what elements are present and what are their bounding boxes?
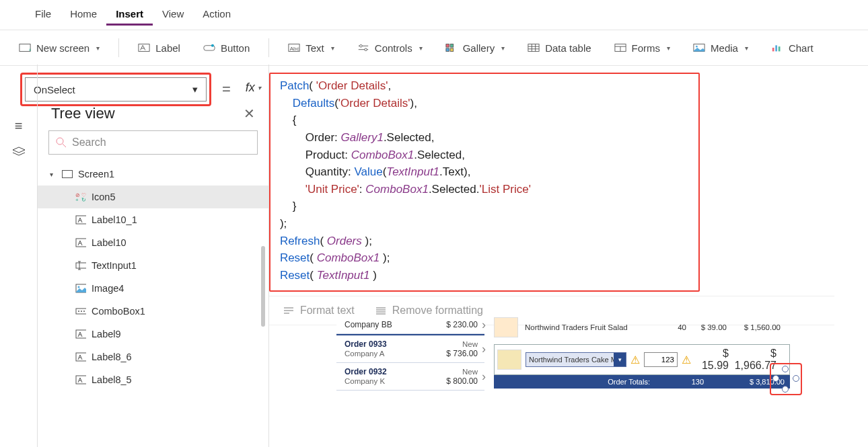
tree-screen-row[interactable]: ▾ Screen1 [38, 163, 268, 186]
product-combobox[interactable]: Northwind Traders Cake Mix ▾ [526, 352, 626, 367]
label-icon [75, 329, 86, 339]
tree-item[interactable]: Label9 [38, 323, 268, 346]
tree-item-label: Label8_6 [92, 352, 132, 362]
controls-button[interactable]: Controls ▾ [353, 40, 427, 56]
gallery-label: Gallery [463, 42, 495, 54]
order-row[interactable]: Order 0932Company K New$ 800.00 › [336, 363, 484, 391]
tree-item-label: ComboBox1 [92, 306, 145, 317]
tree-screen-label: Screen1 [78, 169, 114, 179]
svg-rect-19 [779, 46, 781, 51]
add-icon[interactable]: + [772, 366, 799, 393]
svg-text:+: + [75, 197, 79, 202]
menu-file[interactable]: File [26, 5, 61, 26]
text-button[interactable]: Abc Text ▾ [284, 40, 338, 56]
new-screen-button[interactable]: + New screen ▾ [15, 40, 104, 56]
tree-view-title: Tree view [51, 105, 115, 122]
separator [118, 38, 119, 57]
new-screen-label: New screen [36, 42, 89, 54]
formula-editor[interactable]: Patch( 'Order Details', Defaults('Order … [269, 73, 700, 292]
product-row: Northwind Traders Fruit Salad 40 $ 39.00… [494, 316, 790, 344]
svg-rect-18 [775, 45, 777, 51]
tree-item[interactable]: Label10 [38, 231, 268, 254]
tree-item[interactable]: Label8_6 [38, 346, 268, 368]
order-status: New [462, 340, 478, 348]
label-label: Label [155, 42, 180, 54]
remove-formatting-icon [375, 306, 387, 315]
order-number: Order 0932 [345, 367, 387, 376]
svg-rect-27 [76, 263, 86, 268]
chevron-right-icon: › [482, 342, 486, 356]
add-icon-highlight: + [770, 363, 802, 395]
svg-rect-13 [528, 44, 539, 52]
svg-text:Abc: Abc [290, 46, 299, 52]
menu-action[interactable]: Action [193, 5, 240, 26]
tree-item[interactable]: ComboBox1 [38, 300, 268, 323]
button-icon [203, 43, 215, 52]
search-placeholder: Search [72, 136, 106, 149]
button-button[interactable]: Button [199, 40, 254, 56]
button-label: Button [221, 42, 250, 54]
format-text-button[interactable]: Format text [283, 304, 355, 317]
label-button[interactable]: Label [134, 40, 184, 56]
chart-button[interactable]: Chart [767, 40, 818, 56]
combobox-icon [75, 307, 86, 316]
tree-item[interactable]: Label8_5 [38, 368, 268, 391]
hamburger-icon[interactable]: ≡ [15, 118, 23, 134]
tree-item-label: Icon5 [92, 192, 115, 202]
forms-button[interactable]: Forms ▾ [610, 40, 675, 56]
tree-search-input[interactable]: Search [48, 130, 258, 155]
svg-point-29 [78, 286, 80, 288]
chevron-down-icon: ▾ [331, 44, 334, 52]
svg-rect-11 [446, 48, 449, 52]
tree-item-label: Label8_5 [92, 374, 132, 385]
datatable-label: Data table [545, 42, 591, 54]
order-row[interactable]: Order 0933Company A New$ 736.00 › [336, 334, 484, 363]
left-rail: ≡ [0, 65, 38, 447]
tree-item-label: Label9 [92, 329, 121, 339]
remove-formatting-button[interactable]: Remove formatting [375, 304, 483, 317]
svg-rect-17 [772, 48, 774, 51]
tree-item[interactable]: ⊘♡+↻Icon5 [38, 186, 268, 208]
menu-view[interactable]: View [153, 5, 193, 26]
format-text-icon [283, 306, 295, 315]
menu-home[interactable]: Home [61, 5, 106, 26]
chart-icon [771, 43, 783, 52]
order-company: Company K [345, 377, 385, 385]
product-qty: 40 [653, 323, 686, 331]
label-icon [75, 352, 86, 362]
datatable-icon [528, 43, 540, 52]
svg-point-4 [211, 44, 214, 47]
chevron-down-icon: ▾ [501, 44, 505, 52]
svg-text:↻: ↻ [81, 197, 86, 202]
chevron-right-icon: › [482, 318, 486, 332]
order-row[interactable]: Company BB $ 230.00 › [336, 316, 484, 334]
orders-list: Company BB $ 230.00 › Order 0933Company … [336, 316, 484, 391]
new-screen-icon: + [19, 43, 31, 52]
close-icon[interactable]: ✕ [244, 106, 255, 122]
datatable-button[interactable]: Data table [523, 40, 595, 56]
text-label: Text [305, 42, 324, 54]
svg-rect-12 [450, 48, 454, 52]
quantity-input[interactable] [644, 352, 678, 367]
totals-row: Order Totals: 130 $ 3,810.00 [494, 375, 790, 389]
media-icon [693, 43, 705, 52]
tree-item[interactable]: TextInput1 [38, 254, 268, 277]
media-button[interactable]: Media ▾ [689, 40, 752, 56]
unit-price: $ 15.99 [695, 348, 729, 372]
tree-scrollbar[interactable] [261, 246, 265, 327]
svg-point-20 [57, 138, 63, 145]
layers-icon[interactable] [11, 146, 26, 158]
gallery-button[interactable]: Gallery ▾ [441, 40, 509, 56]
remove-formatting-label: Remove formatting [392, 304, 483, 317]
search-icon [56, 137, 67, 148]
chevron-right-icon: › [482, 370, 486, 384]
order-amount: $ 800.00 [446, 376, 478, 386]
svg-point-7 [359, 45, 362, 48]
tree-item[interactable]: Label10_1 [38, 208, 268, 231]
product-name: Northwind Traders Fruit Salad [525, 323, 646, 331]
image-icon [75, 284, 86, 293]
menu-insert[interactable]: Insert [106, 5, 153, 26]
gallery-icon [445, 43, 458, 52]
tree-item[interactable]: Image4 [38, 277, 268, 300]
svg-point-8 [365, 48, 367, 51]
